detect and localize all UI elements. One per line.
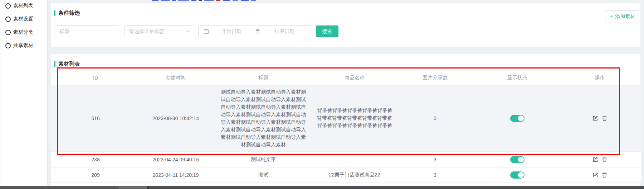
cell-shares: 3 [394, 168, 476, 182]
search-button[interactable]: 搜索 [316, 25, 338, 37]
cell-product: 背带裤背带裤背带裤背带裤背带裤背带裤背带裤背带裤背带裤背带裤背带裤背带裤背带裤背… [315, 107, 394, 129]
date-separator: 至 [254, 28, 262, 35]
cell-created: 2023-08-30 10:42:14 [140, 85, 211, 151]
cell-id: 238 [51, 152, 140, 167]
table-section-title: 素材列表 [54, 61, 80, 67]
toggle-knob [518, 115, 524, 121]
cell-shares: 0 [394, 85, 476, 151]
sidebar-item-label: 素材设置 [13, 16, 33, 22]
col-header-shares: 图片分享数 [394, 71, 476, 85]
sidebar: 素材列表 素材设置 素材分类 共享素材 [0, 0, 48, 186]
date-start-placeholder: 开始日期 [209, 28, 254, 35]
col-header-product: 商品名称 [315, 71, 394, 85]
cell-id: 516 [51, 85, 140, 151]
scrollbar-thumb[interactable] [119, 186, 147, 189]
table-header-row: ID 创建时间 标题 商品名称 图片分享数 显示状态 操作 [51, 71, 641, 85]
material-admin-screen: { "accent_color": "#2bbd9e", "highlight_… [0, 0, 644, 189]
cell-product: 22栗子门店测试商品22 [315, 168, 394, 182]
col-header-status: 显示状态 [476, 71, 558, 85]
table-row: 238 2023-04-24 09:40:16 测试纯文字 3 [51, 152, 641, 168]
cell-title: 测试纯文字 [211, 152, 315, 167]
col-header-actions: 操作 [558, 71, 641, 85]
cell-title: 测试 [211, 168, 315, 182]
sidebar-item-label: 素材分类 [13, 29, 33, 36]
circle-icon [5, 16, 11, 22]
cell-title: 测试自动导入素材测试自动导入素材测试自动导入素材测试自动导入素材测试自动导入素材… [220, 88, 306, 148]
date-end-placeholder: 结束日期 [262, 28, 307, 35]
cell-created: 2023-04-11 14:20:19 [140, 168, 211, 182]
sidebar-item-label: 素材列表 [13, 3, 33, 9]
sidebar-item-label: 共享素材 [13, 42, 33, 49]
col-header-title: 标题 [211, 71, 315, 85]
edit-icon[interactable] [592, 157, 598, 162]
filter-section-title: 条件筛选 [54, 10, 80, 16]
display-status-toggle[interactable] [510, 171, 525, 179]
title-input[interactable] [55, 25, 119, 37]
material-list-card: 素材列表 ID 创建时间 标题 商品名称 图片分享数 显示状态 操作 516 2… [51, 54, 641, 186]
sidebar-item-material-category[interactable]: 素材分类 [5, 28, 33, 36]
cell-created: 2023-04-24 09:40:16 [140, 152, 211, 167]
delete-icon[interactable] [602, 172, 607, 178]
chevron-down-icon [186, 30, 190, 33]
date-range-picker[interactable]: 开始日期 至 结束日期 [198, 25, 311, 37]
scrollbar-notch [147, 186, 148, 189]
toggle-knob [518, 172, 524, 178]
status-select-placeholder: 请选择显示状态 [129, 28, 164, 35]
toggle-knob [518, 157, 524, 162]
filter-card: 条件筛选 请选择显示状态 开始日期 至 结束日期 搜索 + 添加素材 [51, 3, 641, 47]
scrollbar-track-segment [0, 186, 119, 189]
col-header-created: 创建时间 [140, 71, 211, 85]
horizontal-scrollbar [0, 186, 644, 189]
sidebar-item-material-settings[interactable]: 素材设置 [5, 15, 33, 23]
plus-icon: + [610, 14, 613, 19]
clipped-text-artifact [152, 0, 256, 1]
delete-icon[interactable] [602, 157, 607, 162]
status-select[interactable]: 请选择显示状态 [124, 25, 194, 37]
cell-product [315, 152, 394, 167]
calendar-icon [204, 29, 209, 34]
sidebar-item-material-list[interactable]: 素材列表 [5, 2, 33, 10]
accent-bar [54, 61, 55, 67]
cell-shares: 3 [394, 152, 476, 167]
edit-icon[interactable] [592, 172, 598, 178]
edit-icon[interactable] [592, 115, 598, 121]
sidebar-item-shared-material[interactable]: 共享素材 [5, 42, 33, 49]
display-status-toggle[interactable] [510, 115, 525, 122]
circle-icon [5, 30, 11, 35]
circle-icon [5, 3, 11, 9]
delete-icon[interactable] [602, 115, 607, 121]
cell-id: 209 [51, 168, 140, 182]
display-status-toggle[interactable] [510, 156, 525, 163]
table-row-highlighted: 516 2023-08-30 10:42:14 测试自动导入素材测试自动导入素材… [51, 85, 641, 152]
col-header-id: ID [51, 71, 140, 85]
accent-bar [54, 10, 55, 16]
circle-icon [5, 43, 11, 48]
add-material-button[interactable]: + 添加素材 [605, 10, 640, 22]
material-table: ID 创建时间 标题 商品名称 图片分享数 显示状态 操作 516 2023-0… [51, 71, 641, 183]
table-row: 209 2023-04-11 14:20:19 测试 22栗子门店测试商品22 … [51, 168, 641, 183]
